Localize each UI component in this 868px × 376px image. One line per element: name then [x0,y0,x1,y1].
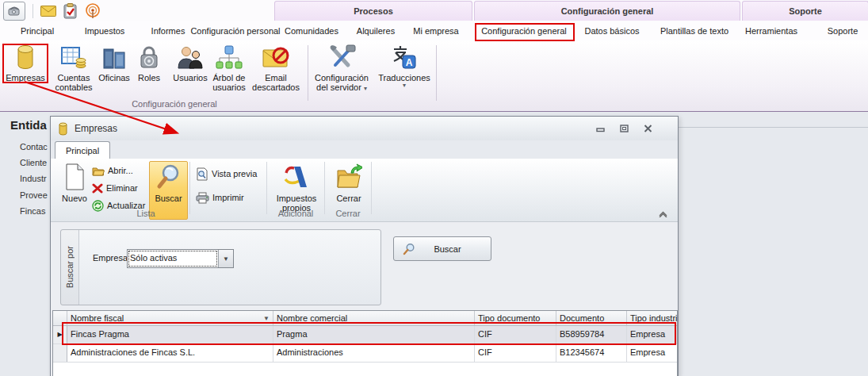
ribbon-button-label: Configuración del servidor [315,73,369,92]
empresa-combobox[interactable]: Sólo activas ▼ [127,249,234,268]
context-group-label: Soporte [789,6,822,16]
search-panel-side-label: Buscar por [65,246,75,288]
column-header-label: Tipo documento [478,312,540,325]
tab-plantillas-de-texto[interactable]: Plantillas de texto [660,21,728,40]
sidebar-item-contactos[interactable]: Contac [20,142,48,152]
tasks-button[interactable] [63,3,78,19]
ribbon-button-roles[interactable]: Roles [133,44,165,82]
imprimir-button[interactable]: Imprimir [196,190,244,205]
button-label: Buscar [155,194,182,203]
panel-edge-line [678,127,868,128]
tab-configuracion-personal[interactable]: Configuración personal [190,21,280,40]
ribbon-button-empresas[interactable]: Empresas [4,44,47,82]
top-band: Procesos Configuración general Soporte [0,0,868,21]
vista-previa-button[interactable]: Vista previa [196,167,257,181]
buscar-button[interactable]: Buscar [393,236,491,261]
toolbar-separator [324,162,325,214]
empresa-field-label: Empresa: [93,253,130,263]
search-magnifier-icon [403,243,415,255]
button-label: Imprimir [212,193,244,202]
tab-principal[interactable]: Principal [21,21,54,40]
dialog-titlebar[interactable]: Empresas [51,117,678,141]
minimize-button[interactable] [591,122,610,135]
tab-configuracion-general[interactable]: Configuración general [481,21,567,40]
dialog-tab-strip: Principal [51,140,678,159]
ribbon-group-label: Configuración general [0,99,349,109]
toolbar-group-lista: Lista [98,209,193,218]
dropdown-caret-icon: ▾ [364,85,367,92]
button-label: Abrir... [108,166,133,175]
tab-datos-basicos[interactable]: Datos básicos [584,21,639,40]
ribbon-button-email-descartados[interactable]: Email descartados [250,44,301,92]
row-selector-cell: ▶ [53,326,67,343]
table-row[interactable]: ▶ Fincas Pragma Pragma CIF B58959784 Emp… [53,326,677,344]
sidebar-item-fincas[interactable]: Fincas [20,206,45,216]
dialog-tab-principal[interactable]: Principal [55,141,110,159]
nuevo-button[interactable]: Nuevo [55,161,94,220]
clipboard-check-icon [63,3,78,19]
grid-header-row: Nombre fiscal▼ Nombre comercial Tipo doc… [53,311,677,326]
cell-tipo-documento: CIF [475,326,556,343]
accounts-table-icon [51,44,97,73]
restore-button[interactable] [614,122,633,135]
ribbon-tab-row: Principal Impuestos Informes Configuraci… [0,21,868,41]
ribbon-button-usuarios[interactable]: Usuarios [170,44,211,82]
phone-icon [8,6,21,17]
context-group-soporte: Soporte [742,1,868,21]
tab-alquileres[interactable]: Alquileres [357,21,395,40]
toolbar-separator [189,162,190,214]
search-panel: Buscar por Empresa: Sólo activas ▼ [60,229,381,305]
tab-informes[interactable]: Informes [151,21,185,40]
ribbon-button-label: Cuentas contables [55,73,92,92]
ribbon-button-label: Email descartados [252,73,300,92]
table-row[interactable]: Administraciones de Fincas S.L. Administ… [53,344,677,363]
toolbar-separator [371,162,372,214]
ribbon-button-label: Árbol de usuarios [212,73,246,92]
column-header-tipo-documento[interactable]: Tipo documento [475,311,556,325]
restore-icon [620,125,629,132]
abrir-button[interactable]: Abrir... [92,163,133,178]
tab-herramientas[interactable]: Herramientas [745,21,797,40]
buildings-icon [95,44,133,73]
column-header-documento[interactable]: Documento [556,311,627,325]
sort-arrow-icon[interactable]: ▼ [263,312,270,325]
tab-soporte[interactable]: Soporte [828,21,858,40]
tab-impuestos[interactable]: Impuestos [85,21,125,40]
app-window: Procesos Configuración general Soporte P… [0,0,868,376]
ribbon-button-label: Empresas [6,73,45,82]
chevron-down-icon: ▼ [223,255,229,263]
sidebar-item-industriales[interactable]: Industr [20,174,47,183]
context-group-configuracion-general: Configuración general [474,1,740,21]
close-button[interactable] [638,122,657,135]
phone-button[interactable] [3,2,25,21]
column-header-label: Documento [560,312,604,325]
ribbon-button-traducciones[interactable]: A Traducciones ▾ [376,44,433,89]
ribbon-button-cuentas-contables[interactable]: Cuentas contables [51,44,97,92]
lock-icon [133,44,165,73]
combobox-dropdown-button[interactable]: ▼ [218,250,233,267]
tools-icon [312,44,371,73]
org-tree-icon [207,44,251,73]
sidebar-item-proveedores[interactable]: Provee [20,190,48,200]
tab-comunidades[interactable]: Comunidades [285,21,338,40]
broadcast-button[interactable] [85,3,101,19]
translate-icon: A [376,44,433,73]
quick-access-toolbar [3,2,101,21]
close-folder-icon [329,162,369,194]
cell-nombre-comercial: Pragma [273,326,475,343]
ribbon-button-oficinas[interactable]: Oficinas [95,44,133,82]
cell-documento: B12345674 [556,344,627,362]
database-cylinder-icon [4,44,47,73]
email-icon [40,6,56,17]
collapse-ribbon-button[interactable] [658,209,668,219]
ribbon-button-configuracion-del-servidor[interactable]: Configuración del servidor ▾ [312,44,371,92]
column-header-nombre-fiscal[interactable]: Nombre fiscal▼ [67,311,273,325]
sidebar-item-clientes[interactable]: Cliente [20,158,47,167]
ribbon-button-arbol-de-usuarios[interactable]: Árbol de usuarios [207,44,251,92]
tax-agency-icon [272,162,321,194]
column-header-tipo-industria[interactable]: Tipo industri [627,311,677,325]
email-button[interactable] [40,6,56,17]
column-header-nombre-comercial[interactable]: Nombre comercial [273,311,475,325]
tab-mi-empresa[interactable]: Mi empresa [413,21,458,40]
eliminar-button[interactable]: Eliminar [92,181,138,195]
